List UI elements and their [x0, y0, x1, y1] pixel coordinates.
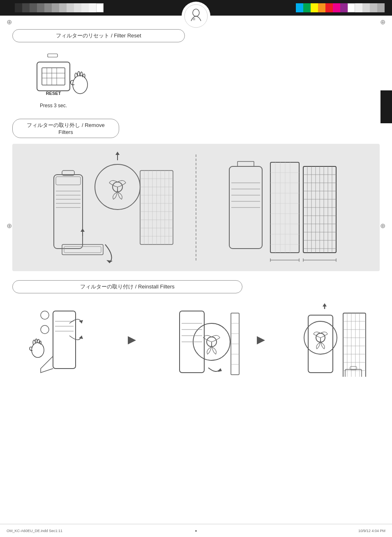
svg-point-13	[73, 76, 88, 94]
svg-marker-118	[323, 303, 327, 307]
reassembly-step-a	[12, 301, 122, 379]
logo-area	[182, 2, 210, 30]
svg-rect-122	[343, 313, 366, 377]
doc-id-text: OM_KC-A60EU_DE.indd Sec1:11	[7, 529, 358, 533]
svg-rect-16	[56, 177, 81, 185]
filter-assemble-svg	[213, 150, 357, 265]
svg-rect-6	[42, 68, 65, 85]
svg-text:RESET: RESET	[46, 91, 61, 96]
reg-mark-mid-left: ⊕	[7, 222, 12, 230]
reg-mark-top-left: ⊕	[7, 18, 12, 26]
svg-text:Press 3 sec.: Press 3 sec.	[40, 103, 67, 108]
page-number: ●	[195, 529, 197, 533]
reassembly-step-c	[270, 301, 380, 379]
svg-marker-102	[79, 336, 83, 339]
svg-point-100	[32, 343, 44, 357]
reset-section: RESET Press 3 sec.	[16, 50, 380, 115]
logo-icon	[184, 4, 208, 28]
svg-rect-4	[48, 54, 58, 57]
bottom-bar: OM_KC-A60EU_DE.indd Sec1:11 ● 10/9/12 4:…	[0, 524, 392, 537]
svg-marker-101	[79, 320, 83, 323]
reassembly-step-b-svg	[151, 303, 241, 377]
reassembly-step-c-svg	[279, 303, 370, 377]
reassembly-arrow-2: ▶	[254, 334, 267, 346]
step2-header: フィルターの取り外し / Remove Filters	[12, 119, 119, 138]
svg-rect-96	[53, 311, 76, 369]
step1-header-text: フィルターのリセット / Filter Reset	[56, 32, 141, 39]
svg-rect-57	[270, 162, 299, 253]
reassembly-step-b	[141, 301, 251, 379]
filter-explode-svg	[29, 150, 185, 265]
color-swatches	[296, 3, 385, 12]
svg-point-95	[41, 325, 49, 334]
filter-diagram-box	[12, 144, 380, 271]
svg-marker-46	[81, 228, 85, 232]
reassembly-step-a-svg	[22, 303, 113, 377]
svg-point-94	[41, 311, 49, 319]
date-stamp: 10/9/12 4:04 PM	[358, 529, 385, 533]
grayscale-swatches	[7, 3, 104, 12]
svg-rect-44	[64, 247, 101, 253]
svg-marker-47	[106, 260, 113, 263]
step3-header: フィルターの取り付け / Reinstall Filters	[12, 280, 242, 293]
filter-right-diagram	[196, 150, 373, 265]
reset-button-svg: RESET Press 3 sec.	[16, 50, 107, 115]
reassembly-arrow-1: ▶	[125, 334, 138, 346]
step2-header-text: フィルターの取り外し / Remove Filters	[27, 122, 104, 135]
reset-illustration: RESET Press 3 sec.	[16, 50, 107, 115]
step1-header-container: フィルターのリセット / Filter Reset	[12, 29, 380, 42]
main-content: フィルターのリセット / Filter Reset RESE	[12, 23, 380, 521]
step1-header: フィルターのリセット / Filter Reset	[12, 29, 185, 42]
reg-mark-top-right: ⊕	[380, 18, 385, 26]
reassembly-steps: ▶	[12, 301, 380, 379]
svg-rect-15	[54, 175, 83, 249]
step2-header-container: フィルターの取り外し / Remove Filters	[12, 119, 380, 138]
step3-header-text: フィルターの取り付け / Reinstall Filters	[80, 283, 175, 290]
svg-marker-26	[115, 152, 120, 155]
side-tab	[380, 90, 392, 123]
filter-left-diagram	[19, 150, 196, 265]
reg-mark-mid-right: ⊕	[380, 222, 385, 230]
step3-header-container: フィルターの取り付け / Reinstall Filters	[12, 280, 380, 293]
